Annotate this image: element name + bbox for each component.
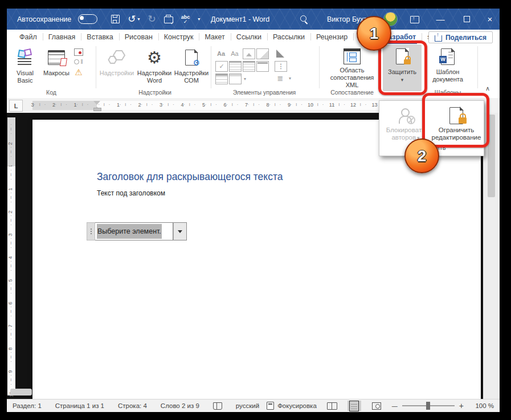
- protect-group-button[interactable]: Защитить: [383, 44, 422, 91]
- record-macro-icon[interactable]: [74, 48, 83, 56]
- ruler-mark: 9: [7, 349, 15, 372]
- xml-mapping-pane-button[interactable]: Областьсопоставления XML: [324, 46, 381, 89]
- vertical-ruler[interactable]: 21 12345678910: [7, 117, 15, 395]
- undo-dropdown-icon[interactable]: [138, 17, 140, 22]
- picture-control-button[interactable]: [243, 48, 255, 59]
- com-addins-icon: [185, 50, 198, 66]
- maximize-button[interactable]: [457, 9, 476, 30]
- focus-icon: [267, 402, 274, 410]
- status-item[interactable]: Страница 1 из 1: [55, 402, 104, 409]
- document-subtext[interactable]: Текст под заголовком: [97, 189, 165, 197]
- group-controls-button[interactable]: [275, 74, 286, 83]
- ribbon-tab[interactable]: Вставка: [81, 30, 118, 44]
- ruler-mark: 2: [7, 189, 15, 212]
- ribbon: VisualBasic Макросы Код Надстройки Над: [7, 44, 500, 99]
- zoom-out-icon[interactable]: [392, 402, 398, 409]
- zoom-slider[interactable]: [402, 405, 455, 406]
- customize-toolbar-icon[interactable]: [198, 17, 200, 22]
- ribbon-display-options-icon[interactable]: [410, 16, 419, 23]
- content-control-field[interactable]: Выберите элемент.: [95, 222, 173, 240]
- ruler-mark: 4: [7, 235, 15, 258]
- autosave-label: Автосохранение: [17, 15, 71, 23]
- ruler-mark: 11: [310, 101, 332, 110]
- dropdown-list-control-button[interactable]: [243, 61, 255, 72]
- ribbon-tab-row: Файл Главная Вставка Рисован Конструк Ма…: [7, 30, 500, 44]
- plain-text-control-button[interactable]: Aa: [229, 48, 240, 58]
- status-item[interactable]: Раздел: 1: [13, 402, 42, 409]
- word-addins-gear-icon: [147, 49, 162, 66]
- web-layout-button[interactable]: [370, 401, 383, 411]
- ruler-mark: 12: [332, 101, 354, 110]
- control-properties-button[interactable]: [275, 61, 287, 72]
- autosave-toggle[interactable]: [78, 14, 97, 24]
- ribbon-tab[interactable]: Макет: [199, 30, 230, 44]
- print-icon[interactable]: [164, 17, 173, 23]
- tab-stop-selector[interactable]: L: [9, 100, 23, 112]
- language-indicator[interactable]: русский: [236, 402, 259, 409]
- share-button[interactable]: Поделиться: [428, 31, 493, 43]
- rich-text-control-button[interactable]: Aa: [215, 48, 227, 58]
- date-picker-control-button[interactable]: [256, 61, 269, 72]
- restrict-editing-button[interactable]: Ограничитьредактирование: [432, 104, 481, 142]
- document-template-icon: W: [441, 48, 455, 65]
- spellcheck-icon[interactable]: [181, 15, 190, 24]
- read-mode-button[interactable]: [325, 401, 339, 411]
- macros-button[interactable]: Макросы: [41, 46, 72, 89]
- vertical-scrollbar-thumb[interactable]: [488, 115, 495, 197]
- pause-macro-icon[interactable]: [74, 59, 83, 65]
- group-label-mapping: Сопоставление: [330, 89, 374, 97]
- com-addins-button[interactable]: НадстройкиCOM: [174, 46, 209, 89]
- focus-mode-button[interactable]: Фокусировка: [267, 402, 317, 410]
- collapse-ribbon-icon[interactable]: [485, 85, 490, 92]
- ribbon-tab[interactable]: Конструк: [158, 30, 199, 44]
- document-template-button[interactable]: W Шаблондокумента: [427, 44, 468, 91]
- legacy-tools-button[interactable]: [229, 74, 242, 84]
- building-block-control-button[interactable]: [256, 48, 269, 59]
- ruler-mark: 3: [7, 212, 15, 235]
- maximize-icon: [464, 16, 470, 22]
- close-button[interactable]: ×: [480, 9, 500, 30]
- save-icon[interactable]: [111, 15, 120, 23]
- print-layout-button[interactable]: [348, 401, 361, 411]
- macro-security-warning-icon[interactable]: [75, 68, 82, 76]
- visual-basic-button[interactable]: VisualBasic: [10, 46, 40, 89]
- combobox-control-button[interactable]: [229, 61, 242, 72]
- ruler-mark: 2: [7, 121, 15, 144]
- word-addins-button[interactable]: НадстройкиWord: [136, 46, 173, 89]
- redo-icon: [148, 15, 156, 23]
- ruler-mark: 13: [353, 101, 375, 110]
- ribbon-tab[interactable]: Рассылки: [267, 30, 310, 44]
- ruler-mark: 7: [225, 101, 247, 110]
- ribbon-tab[interactable]: Главная: [43, 30, 81, 44]
- share-icon: [435, 35, 442, 42]
- vertical-scrollbar[interactable]: [483, 113, 500, 399]
- ruler-mark: 2: [54, 101, 76, 110]
- proofing-icon[interactable]: [213, 402, 222, 410]
- ribbon-tab[interactable]: Ссылки: [231, 30, 267, 44]
- dropdown-content-control[interactable]: Выберите элемент.: [87, 222, 187, 240]
- ribbon-tab[interactable]: Файл: [14, 30, 43, 44]
- status-item[interactable]: Слово 2 из 9: [161, 402, 199, 409]
- ruler-mark: 3: [32, 101, 54, 110]
- undo-icon[interactable]: [128, 15, 136, 23]
- horizontal-scrollbar-thumb[interactable]: [10, 389, 32, 395]
- ruler-mark: 7: [7, 303, 15, 326]
- zoom-level[interactable]: 100 %: [472, 402, 494, 409]
- status-item[interactable]: Строка: 4: [118, 402, 147, 409]
- search-icon[interactable]: [300, 15, 306, 22]
- repeating-section-control-button[interactable]: [215, 74, 228, 84]
- left-indent-marker[interactable]: [93, 108, 101, 111]
- protect-icon: [396, 48, 408, 64]
- ribbon-tab[interactable]: Рисован: [119, 30, 158, 44]
- document-heading[interactable]: Заголовок для раскрывающегося текста: [97, 171, 283, 183]
- zoom-in-icon[interactable]: [459, 401, 464, 410]
- ruler-mark: 5: [7, 258, 15, 280]
- checkbox-control-button[interactable]: [215, 61, 228, 72]
- content-control-dropdown-button[interactable]: [173, 222, 187, 240]
- restrict-editing-icon: [449, 107, 463, 124]
- zoom-slider-thumb[interactable]: [426, 402, 430, 410]
- minimize-button[interactable]: —: [431, 9, 450, 30]
- design-mode-button[interactable]: [275, 48, 286, 58]
- ribbon-tab[interactable]: Рецензир: [310, 30, 353, 44]
- content-control-handle[interactable]: [87, 222, 95, 240]
